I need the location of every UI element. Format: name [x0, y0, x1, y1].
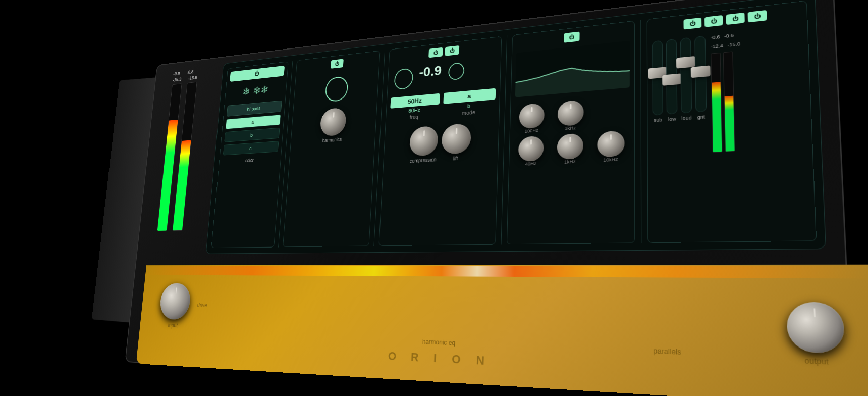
fader-loud-track[interactable]: [680, 37, 692, 114]
parallels-label-container: parallels: [653, 347, 681, 357]
eq-power-button[interactable]: ⏻: [564, 31, 580, 42]
input-knob[interactable]: [159, 283, 192, 320]
parallels-label: parallels: [653, 347, 681, 357]
fader-sub: sub: [652, 40, 663, 123]
compression-label: compression: [409, 157, 436, 164]
comp-blob-right: [446, 60, 465, 83]
harmonics-label: harmonics: [322, 137, 342, 143]
comp-value-display: -0.9: [419, 63, 442, 80]
section-comp: ⏻ ⏻ -0.9: [378, 36, 502, 246]
gold-panel: input drive harmonic eq parallels O R I …: [136, 265, 868, 396]
eq-10khz-label: 10kHz: [603, 157, 618, 163]
fader-grit: grit: [694, 36, 707, 120]
noise-blob-container: [319, 73, 351, 107]
eq-curve-display: [515, 41, 630, 97]
comp-knobs-row: compression lift: [387, 121, 495, 165]
harmonics-knob[interactable]: [319, 107, 347, 136]
device-wrapper: -0.8 -0.8 -15.3 -18.0: [56, 21, 812, 375]
vu-right-meters-container: [711, 51, 743, 153]
eq-100hz-knob[interactable]: [519, 103, 545, 129]
vu-right-fill-2: [725, 96, 735, 152]
main-body: -0.8 -0.8 -15.3 -18.0: [125, 0, 853, 396]
eq-40hz-label: 40Hz: [525, 161, 536, 166]
hipass-button[interactable]: hi pass: [227, 101, 282, 117]
compression-knob-group: compression: [409, 126, 439, 164]
vu-label-4: -18.0: [188, 75, 198, 81]
eq-3khz-knob-group: 3kHz: [552, 100, 589, 132]
eq-10khz-knob[interactable]: [597, 130, 624, 158]
vu-label-1: -0.8: [173, 71, 180, 76]
fader-loud: loud: [680, 37, 692, 121]
section-drive: ⏻ harmonics: [283, 51, 380, 247]
section-eq: ⏻ 100Hz: [507, 21, 635, 245]
vu-section-left: -0.8 -0.8 -15.3 -18.0: [155, 67, 216, 248]
fader-grit-label: grit: [697, 114, 705, 120]
vu-right-label-1: -0.6: [710, 34, 720, 41]
eq-10khz-knob-group: 10kHz: [591, 130, 629, 163]
gold-texture: [274, 279, 513, 347]
parallels-power-btn-3[interactable]: ⏻: [726, 13, 745, 25]
eq-1khz-knob[interactable]: [557, 133, 583, 160]
output-knob[interactable]: [786, 302, 845, 354]
fader-low-handle[interactable]: [662, 73, 681, 85]
input-knob-group: input: [158, 283, 192, 329]
eq-40hz-knob[interactable]: [518, 135, 544, 162]
vu-right-meter-1: [711, 53, 723, 153]
vu-meters-left: [157, 80, 214, 231]
vu-right-label-2: -0.6: [724, 33, 734, 39]
color-option-a[interactable]: a: [226, 114, 281, 129]
fader-grit-handle[interactable]: [691, 65, 711, 78]
parallels-power-btn-2[interactable]: ⏻: [704, 15, 723, 27]
snowflakes-container: ❄ ❄❄: [228, 82, 284, 100]
noise-blob-svg: [319, 73, 351, 107]
color-label: color: [222, 156, 278, 164]
harmonics-knob-group: harmonics: [319, 107, 347, 143]
preamp-power-icon: ⏻: [254, 71, 259, 77]
vu-label-2: -0.8: [187, 69, 194, 75]
compression-knob[interactable]: [409, 126, 439, 157]
eq-3khz-knob[interactable]: [558, 100, 584, 126]
parallels-faders-vu: sub low: [652, 25, 806, 156]
eq-knobs-grid: 100Hz 3kHz 40Hz 1kHz: [513, 96, 630, 167]
comp-blob-left-svg: [391, 66, 415, 91]
preamp-power-button[interactable]: ⏻: [230, 66, 285, 82]
fader-grit-track[interactable]: [694, 36, 707, 113]
fader-low-label: low: [668, 116, 676, 122]
color-option-b[interactable]: b: [224, 128, 280, 142]
drive-inner: harmonics: [294, 68, 375, 145]
color-option-c[interactable]: c: [223, 141, 279, 155]
vu-right-labels-secondary: -12.4 -15.0: [711, 41, 740, 50]
divider-4: [640, 20, 641, 243]
spectrum-analyzer: [145, 266, 868, 278]
mode-control: a b mode: [443, 88, 496, 118]
drive-label: drive: [197, 302, 207, 308]
fader-low-track[interactable]: [666, 39, 678, 115]
fader-low: low: [666, 39, 678, 122]
eq-100hz-label: 100Hz: [525, 128, 538, 134]
snowflake-1: ❄: [242, 85, 250, 98]
harmonic-eq-label-container: harmonic eq: [422, 338, 456, 346]
lift-knob[interactable]: [441, 123, 471, 155]
fader-group: sub low: [652, 36, 707, 123]
vu-right-label-3: -12.4: [711, 43, 723, 49]
parallels-power-btn-1[interactable]: ⏻: [683, 18, 701, 30]
comp-blob-left: [391, 66, 415, 93]
vu-right-meter-2: [723, 51, 735, 152]
eq-3khz-label: 3kHz: [565, 125, 576, 131]
svg-marker-0: [515, 63, 630, 97]
comp-power-btn-1[interactable]: ⏻: [428, 47, 443, 58]
freq-mode-row: 50Hz 80Hz freq a b mode: [390, 88, 496, 122]
fader-loud-label: loud: [681, 115, 692, 121]
comp-controls-row: -0.9: [391, 57, 497, 93]
eq-empty-cell: [592, 97, 619, 129]
eq-40hz-knob-group: 40Hz: [513, 135, 549, 167]
vu-label-3: -15.3: [173, 77, 182, 83]
orion-text: O R I O N: [388, 350, 491, 369]
harmonic-eq-label: harmonic eq: [422, 338, 456, 346]
eq-1khz-label: 1kHz: [564, 159, 575, 165]
fader-sub-track[interactable]: [652, 40, 663, 116]
parallels-power-btn-4[interactable]: ⏻: [747, 10, 767, 23]
drive-power-button[interactable]: ⏻: [331, 59, 344, 69]
section-parallels: ⏻ ⏻ ⏻ ⏻ sub: [647, 1, 817, 243]
comp-power-btn-2[interactable]: ⏻: [445, 45, 459, 56]
